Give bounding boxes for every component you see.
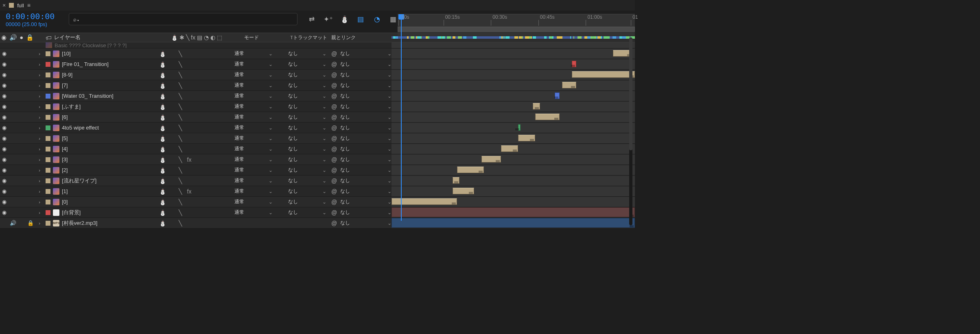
layer-name[interactable]: [0] [62, 199, 68, 205]
quality-switch[interactable]: ╲ [177, 61, 184, 68]
pickwhip-icon[interactable]: @ [331, 82, 337, 89]
layer-bar-track[interactable] [392, 218, 635, 228]
layer-bar[interactable] [562, 82, 577, 88]
layer-bar[interactable] [453, 177, 460, 184]
shy-switch[interactable]: ⛄ [159, 51, 166, 57]
blend-mode-select[interactable]: 通常⌄ [232, 114, 275, 121]
layer-row[interactable]: ◉ › [Water 03_ Transition] ⛄ ╲ 通常⌄ なし⌄ @ [0, 91, 635, 101]
blend-mode-select[interactable]: 通常⌄ [232, 188, 275, 195]
layer-bar[interactable] [392, 207, 635, 217]
trackmatte-select[interactable]: なし⌄ [286, 156, 329, 163]
twirl-icon[interactable]: › [39, 210, 40, 215]
quality-switch[interactable]: ╲ [177, 72, 184, 78]
visibility-toggle[interactable]: ◉ [1, 199, 8, 205]
visibility-toggle[interactable]: ◉ [1, 61, 8, 67]
parent-select[interactable]: なし⌄ [340, 124, 392, 131]
parent-select[interactable]: なし⌄ [340, 188, 392, 195]
parent-header[interactable]: 親とリンク [331, 34, 392, 41]
trackmatte-select[interactable]: なし⌄ [286, 103, 329, 110]
layer-bar[interactable] [572, 61, 577, 67]
twirl-icon[interactable]: › [39, 62, 40, 67]
layer-bar[interactable] [535, 114, 560, 120]
layer-label-color[interactable] [46, 221, 50, 226]
layer-name[interactable]: [8-9] [62, 72, 72, 78]
layer-bar[interactable] [453, 188, 475, 194]
pickwhip-icon[interactable]: @ [331, 135, 337, 142]
twirl-icon[interactable]: › [39, 73, 40, 77]
shy-switch[interactable]: ⛄ [159, 188, 166, 195]
shy-switch[interactable]: ⛄ [159, 167, 166, 174]
layer-name[interactable]: 4to5 wipe effect [62, 125, 99, 131]
parent-select[interactable]: なし⌄ [340, 114, 392, 121]
layer-label-color[interactable] [46, 125, 50, 130]
visibility-toggle[interactable]: ◉ [1, 167, 8, 173]
lock-toggle[interactable]: 🔒 [27, 220, 34, 226]
quality-switch[interactable]: ╲ [177, 178, 184, 184]
twirl-icon[interactable]: › [39, 94, 40, 99]
shy-switch[interactable]: ⛄ [159, 135, 166, 142]
motion-blur-icon[interactable]: ◔ [372, 15, 381, 24]
layer-label-color[interactable] [46, 178, 50, 183]
parent-select[interactable]: なし⌄ [340, 92, 392, 99]
trackmatte-header[interactable]: トラックマット [293, 34, 331, 41]
twirl-icon[interactable]: › [39, 168, 40, 173]
layer-row[interactable]: ◉ › [6] ⛄ ╲ 通常⌄ なし⌄ @ なし⌄ [0, 112, 635, 123]
shy-switch[interactable]: ⛄ [159, 146, 166, 152]
layer-bar[interactable] [481, 156, 501, 163]
layer-label-color[interactable] [46, 51, 50, 56]
twirl-icon[interactable]: › [39, 147, 40, 152]
shy-switch[interactable]: ⛄ [159, 93, 166, 99]
composition-flowchart-icon[interactable]: ⇄ [307, 15, 316, 24]
pickwhip-icon[interactable]: @ [331, 61, 337, 68]
layer-name[interactable]: [村長ver2.mp3] [62, 220, 97, 227]
visibility-toggle[interactable]: ◉ [1, 146, 8, 152]
layer-name[interactable]: [白背景] [62, 209, 81, 216]
panel-menu-icon[interactable]: ≡ [27, 2, 31, 9]
blend-mode-select[interactable]: 通常⌄ [232, 50, 275, 57]
twirl-icon[interactable]: › [39, 189, 40, 194]
layer-bar-track[interactable] [392, 80, 635, 90]
pickwhip-icon[interactable]: @ [331, 199, 337, 205]
layer-label-color[interactable] [46, 136, 50, 141]
quality-switch[interactable]: ╲ [177, 82, 184, 89]
shy-switch[interactable]: ⛄ [159, 82, 166, 89]
shy-switch[interactable]: ⛄ [159, 156, 166, 163]
trackmatte-select[interactable]: なし⌄ [286, 135, 329, 142]
shy-switch[interactable]: ⛄ [159, 209, 166, 216]
draft3d-icon[interactable]: ✦⁺ [324, 15, 332, 24]
parent-select[interactable]: なし⌄ [340, 177, 392, 184]
layer-name[interactable]: [流れ星ワイプ] [62, 177, 96, 185]
layer-name[interactable]: [Water 03_ Transition] [62, 93, 114, 99]
visibility-toggle[interactable]: ◉ [1, 156, 8, 163]
shy-switch[interactable]: ⛄ [159, 114, 166, 121]
layer-name[interactable]: [3] [62, 156, 68, 163]
layer-bar[interactable] [572, 71, 635, 78]
layer-label-color[interactable] [46, 210, 50, 215]
time-ruler[interactable]: :00s00:15s00:30s00:45s01:00s01 [398, 14, 635, 36]
layer-bar-track[interactable] [392, 59, 635, 69]
blend-mode-select[interactable]: 通常⌄ [232, 124, 275, 131]
trackmatte-select[interactable]: なし⌄ [286, 50, 329, 57]
twirl-icon[interactable]: › [39, 125, 40, 130]
visibility-toggle[interactable]: ◉ [1, 114, 8, 120]
pickwhip-icon[interactable]: @ [331, 178, 337, 184]
layer-name[interactable]: [6] [62, 114, 68, 120]
label-tag-icon[interactable]: 🏷 [46, 34, 52, 41]
layer-bar-track[interactable] [392, 176, 635, 186]
layer-row[interactable]: ◉ › [流れ星ワイプ] ⛄ ╲ 通常⌄ なし⌄ @ なし⌄ [0, 176, 635, 186]
frame-blend-icon[interactable]: ▤ [356, 15, 365, 24]
layer-row[interactable]: ◉ › [1] ⛄ ╲ fx 通常⌄ なし⌄ @ なし⌄ [0, 186, 635, 197]
quality-switch[interactable]: ╲ [177, 188, 184, 195]
blend-mode-select[interactable]: 通常⌄ [232, 177, 275, 184]
blend-mode-select[interactable]: 通常⌄ [232, 135, 275, 142]
trackmatte-select[interactable]: なし⌄ [286, 177, 329, 184]
layer-bar[interactable] [533, 103, 540, 110]
layer-bar[interactable] [518, 124, 521, 131]
parent-select[interactable]: なし⌄ [340, 145, 392, 152]
layer-name[interactable]: [7] [62, 82, 68, 88]
quality-switch[interactable]: ╲ [177, 114, 184, 121]
blend-mode-select[interactable]: 通常⌄ [232, 61, 275, 68]
trackmatte-select[interactable]: なし⌄ [286, 209, 329, 216]
layer-label-color[interactable] [46, 94, 50, 99]
quality-switch[interactable]: ╲ [177, 167, 184, 174]
